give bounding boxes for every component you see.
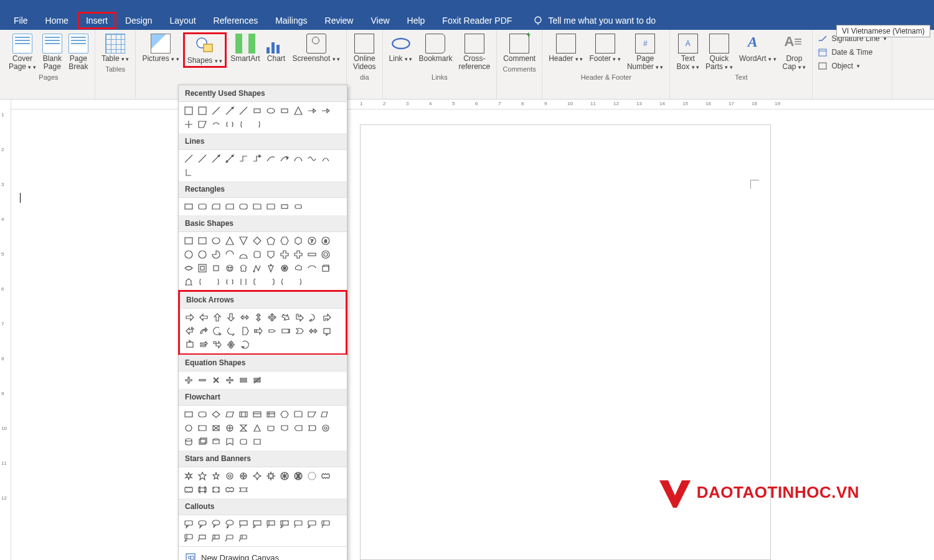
shape-basic-28[interactable] — [265, 262, 277, 274]
shape-flowchart-16[interactable] — [251, 422, 263, 434]
shape-callouts-6[interactable] — [265, 518, 277, 530]
shape-callouts-12[interactable] — [196, 531, 209, 544]
object-button[interactable]: Object ▾ — [815, 60, 889, 72]
shape-callouts-4[interactable] — [237, 518, 250, 530]
shape-flowchart-24[interactable] — [210, 436, 222, 448]
shape-basic-13[interactable] — [210, 248, 222, 261]
page-number-button[interactable]: #PageNumber ▾ — [625, 32, 666, 72]
shape-flowchart-10[interactable] — [319, 408, 332, 421]
shape-callouts-9[interactable] — [306, 518, 318, 530]
shape-block_arrows-1[interactable] — [197, 311, 210, 324]
chart-button[interactable]: Chart — [264, 32, 289, 68]
shape-basic-16[interactable] — [251, 248, 263, 261]
shape-equation-1[interactable] — [196, 374, 209, 386]
shape-stars-12[interactable] — [196, 483, 209, 496]
shape-block_arrows-15[interactable] — [238, 325, 251, 337]
shape-basic-17[interactable] — [265, 248, 277, 261]
shape-flowchart-26[interactable] — [237, 436, 250, 448]
shape-basic-35[interactable] — [210, 276, 222, 288]
shape-flowchart-3[interactable] — [224, 408, 236, 421]
shape-block_arrows-9[interactable] — [307, 311, 319, 324]
shape-stars-9[interactable] — [306, 470, 318, 482]
shape-flowchart-13[interactable] — [210, 422, 222, 434]
shape-flowchart-21[interactable] — [319, 422, 332, 434]
quick-parts-button[interactable]: QuickParts ▾ — [703, 32, 735, 72]
shape-block_arrows-20[interactable] — [307, 325, 319, 337]
shape-recently-11[interactable] — [182, 118, 195, 131]
shape-basic-25[interactable] — [224, 262, 236, 274]
shape-rectangles-0[interactable] — [182, 200, 195, 213]
shape-callouts-14[interactable] — [224, 531, 236, 544]
shape-basic-1[interactable] — [196, 235, 209, 247]
shape-block_arrows-7[interactable] — [280, 311, 292, 324]
shape-stars-11[interactable] — [182, 483, 195, 496]
shape-lines-5[interactable] — [251, 152, 263, 165]
shape-rectangles-7[interactable] — [278, 200, 291, 213]
tab-review[interactable]: Review — [316, 12, 362, 29]
shape-block_arrows-25[interactable] — [225, 338, 237, 351]
shape-basic-11[interactable] — [182, 248, 195, 261]
shape-callouts-10[interactable] — [319, 518, 332, 530]
link-button[interactable]: Link ▾ — [387, 32, 415, 72]
shape-basic-31[interactable] — [306, 262, 318, 274]
shape-flowchart-11[interactable] — [182, 422, 195, 434]
shape-recently-5[interactable] — [251, 105, 263, 117]
shape-basic-30[interactable] — [292, 262, 304, 274]
shape-basic-8[interactable] — [292, 235, 304, 247]
shape-lines-11[interactable] — [182, 166, 195, 179]
table-button[interactable]: Table ▾ — [99, 32, 132, 64]
shape-basic-3[interactable] — [224, 235, 236, 247]
shape-basic-37[interactable] — [237, 276, 250, 288]
date-time-button[interactable]: Date & Time — [815, 46, 889, 58]
tab-insert[interactable]: Insert — [77, 12, 116, 29]
shape-lines-2[interactable] — [210, 152, 222, 165]
shape-flowchart-23[interactable] — [196, 436, 209, 448]
shape-basic-21[interactable] — [319, 248, 332, 261]
shape-equation-3[interactable] — [224, 374, 236, 386]
shape-lines-1[interactable] — [196, 152, 209, 165]
shape-stars-1[interactable] — [196, 470, 209, 482]
shape-lines-0[interactable] — [182, 152, 195, 165]
shape-basic-19[interactable] — [292, 248, 304, 261]
online-videos-button[interactable]: OnlineVideos — [351, 32, 378, 72]
page-break-button[interactable]: PageBreak — [66, 32, 91, 72]
shape-basic-2[interactable] — [210, 235, 222, 247]
shape-flowchart-19[interactable] — [292, 422, 304, 434]
shape-recently-2[interactable] — [210, 105, 222, 117]
tell-me-search[interactable]: Tell me what you want to do — [533, 16, 656, 26]
shape-rectangles-1[interactable] — [196, 200, 209, 213]
shape-lines-7[interactable] — [278, 152, 291, 165]
shape-block_arrows-18[interactable] — [280, 325, 292, 337]
shape-block_arrows-23[interactable] — [197, 338, 210, 351]
shape-flowchart-14[interactable] — [224, 422, 236, 434]
shape-recently-9[interactable] — [306, 105, 318, 117]
shape-callouts-1[interactable] — [196, 518, 209, 530]
shape-basic-22[interactable] — [182, 262, 195, 274]
shape-rectangles-5[interactable] — [251, 200, 263, 213]
bookmark-button[interactable]: Bookmark — [416, 32, 455, 72]
shape-flowchart-1[interactable] — [196, 408, 209, 421]
shape-flowchart-5[interactable] — [251, 408, 263, 421]
shape-flowchart-2[interactable] — [210, 408, 222, 421]
shape-basic-18[interactable] — [278, 248, 291, 261]
shape-stars-2[interactable] — [210, 470, 222, 482]
shape-basic-38[interactable] — [251, 276, 263, 288]
shape-basic-5[interactable] — [251, 235, 263, 247]
shape-flowchart-6[interactable] — [265, 408, 277, 421]
shape-recently-6[interactable] — [265, 105, 277, 117]
shape-block_arrows-26[interactable] — [238, 338, 251, 351]
shape-basic-26[interactable] — [237, 262, 250, 274]
shape-recently-12[interactable] — [196, 118, 209, 131]
smartart-button[interactable]: SmartArt — [228, 32, 262, 68]
shape-flowchart-8[interactable] — [292, 408, 304, 421]
pictures-button[interactable]: Pictures ▾ — [139, 32, 181, 68]
shape-basic-40[interactable] — [278, 276, 291, 288]
tab-home[interactable]: Home — [37, 12, 77, 29]
shape-basic-4[interactable] — [237, 235, 250, 247]
shape-block_arrows-2[interactable] — [211, 311, 224, 324]
shape-callouts-13[interactable] — [210, 531, 222, 544]
shape-basic-32[interactable] — [319, 262, 332, 274]
shape-stars-6[interactable] — [265, 470, 277, 482]
cross-reference-button[interactable]: Cross-reference — [456, 32, 493, 72]
shape-recently-1[interactable] — [196, 105, 209, 117]
